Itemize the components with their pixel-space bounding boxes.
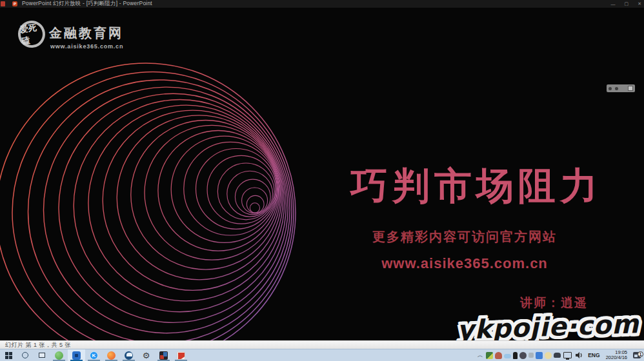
tray-icon-mic[interactable] — [513, 352, 518, 359]
language-indicator[interactable]: ENG — [588, 352, 599, 358]
tray-icon-chart[interactable] — [486, 352, 493, 359]
tray-icon-moon[interactable] — [519, 352, 527, 359]
green-app-icon — [55, 351, 63, 360]
taskbar-app-settings[interactable]: ⚙ — [137, 349, 155, 361]
tray-icon-person[interactable] — [495, 352, 502, 359]
maximize-button[interactable]: ▢ — [625, 1, 629, 6]
slide-title: 巧判市场阻力 — [350, 161, 628, 211]
notification-badge: 1 — [638, 351, 643, 357]
window-title: PowerPoint 幻灯片放映 - [巧判断阻力] - PowerPoint — [22, 0, 152, 8]
lecturer-label: 讲师：逍遥 — [520, 295, 588, 311]
powerpoint-app-icon: P — [12, 1, 17, 6]
logo-emblem-circle: 爱死磕 — [16, 19, 46, 49]
system-tray: ︿ ENG 19:05 2020/4/16 1 — [476, 349, 644, 361]
tray-icon-gray[interactable] — [528, 353, 534, 358]
tray-icon-yellow[interactable] — [545, 352, 552, 359]
clock[interactable]: 19:05 2020/4/16 — [606, 350, 627, 360]
start-button[interactable] — [0, 349, 17, 361]
tray-icon-blue[interactable] — [504, 354, 511, 358]
action-center-button[interactable]: 1 — [630, 352, 644, 358]
quick-access-icon[interactable] — [1, 1, 5, 6]
slide-website-url: www.aisike365.com.cn — [352, 255, 578, 272]
window-titlebar[interactable]: P PowerPoint 幻灯片放映 - [巧判断阻力] - PowerPoin… — [0, 0, 644, 8]
taskbar-app-active[interactable] — [68, 349, 85, 361]
firefox-icon — [107, 351, 116, 360]
slide-subtitle: 更多精彩内容可访问官方网站 — [352, 228, 578, 246]
slide-counter: 幻灯片 第 1 张，共 5 张 — [5, 341, 71, 349]
network-icon[interactable] — [563, 352, 572, 358]
windows-taskbar: K ⚙ ︿ — [0, 349, 644, 361]
slideshow-toolbar-button-2[interactable] — [615, 87, 618, 90]
logo-site-name: 金融教育网 — [49, 24, 123, 42]
logo-emblem-text: 爱死磕 — [19, 21, 45, 47]
volume-icon[interactable] — [575, 351, 583, 359]
slideshow-toolbar-button-1[interactable] — [609, 87, 612, 90]
slideshow-statusbar: 幻灯片 第 1 张，共 5 张 — [0, 340, 644, 349]
taskbar-app-browser[interactable] — [120, 349, 137, 361]
k-app-icon: K — [90, 351, 98, 360]
clock-date: 2020/4/16 — [606, 355, 627, 360]
close-button[interactable]: ✕ — [638, 1, 641, 6]
screen: P PowerPoint 幻灯片放映 - [巧判断阻力] - PowerPoin… — [0, 0, 644, 361]
red-app-icon — [177, 351, 185, 360]
tray-icon-bluesquare[interactable] — [536, 352, 543, 359]
cortana-icon — [22, 352, 28, 358]
tray-expand-chevron[interactable]: ︿ — [476, 351, 485, 360]
brand-logo: 爱死磕 金融教育网 www.aisike365.com.cn — [18, 21, 123, 50]
task-view-button[interactable] — [34, 349, 50, 361]
slideshow-area[interactable]: 爱死磕 金融教育网 www.aisike365.com.cn 巧判市场阻力 更多… — [0, 8, 644, 340]
tray-icon-cloud[interactable] — [554, 353, 561, 358]
taskbar-app-green[interactable] — [50, 349, 68, 361]
taskbar-app-red[interactable] — [172, 349, 190, 361]
taskbar-app-k[interactable]: K — [85, 349, 103, 361]
minimize-button[interactable]: — — [611, 2, 616, 6]
slideshow-toolbar-button-3[interactable] — [628, 86, 633, 91]
windows-logo-icon — [5, 352, 12, 359]
blue-app-icon — [72, 351, 81, 360]
slideshow-toolbar[interactable] — [607, 84, 635, 92]
taskbar-app-photos[interactable] — [155, 349, 172, 361]
task-view-icon — [39, 353, 45, 358]
browser-icon — [125, 351, 133, 360]
taskbar-app-firefox[interactable] — [103, 349, 120, 361]
logo-site-url: www.aisike365.com.cn — [50, 43, 123, 50]
photos-app-icon — [159, 351, 168, 360]
gear-icon: ⚙ — [143, 351, 150, 360]
cortana-button[interactable] — [17, 349, 34, 361]
